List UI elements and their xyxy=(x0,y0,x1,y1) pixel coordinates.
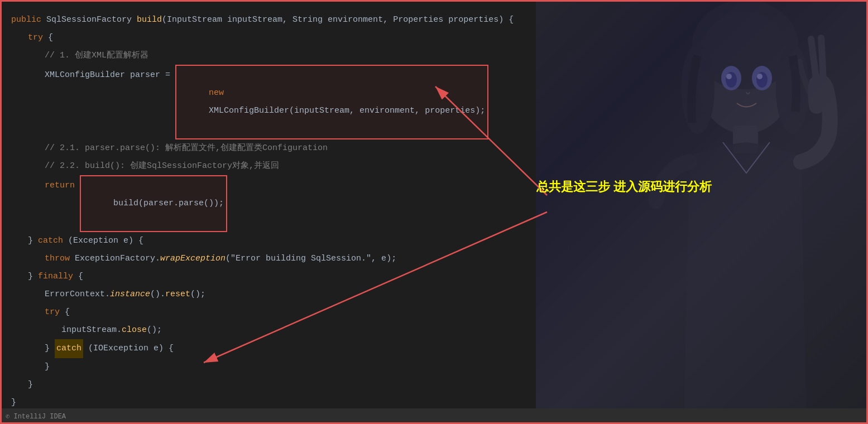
code-line-10: } finally { xyxy=(11,268,530,286)
status-bar: ✆ IntelliJ IDEA xyxy=(0,408,868,424)
code-line-2: try { xyxy=(11,29,530,47)
keyword-try: try xyxy=(28,29,48,47)
code-line-4: XMLConfigBuilder parser = new XMLConfigB… xyxy=(11,65,530,139)
type-sqlsessionfactory: SqlSessionFactory xyxy=(46,11,137,29)
method-build: build xyxy=(137,11,162,29)
code-line-7: return build(parser.parse()); xyxy=(11,175,530,232)
status-text: ✆ IntelliJ IDEA xyxy=(6,412,66,421)
code-line-1: public SqlSessionFactory build (InputStr… xyxy=(11,11,530,29)
code-line-9: throw ExceptionFactory. wrapException ("… xyxy=(11,250,530,268)
code-line-5: // 2.1. parser.parse(): 解析配置文件,创建配置类Conf… xyxy=(11,139,530,157)
highlight-xmlconfigbuilder: new XMLConfigBuilder(inputStream, enviro… xyxy=(175,65,488,139)
comment-1: // 1. 创建XML配置解析器 xyxy=(45,47,148,65)
annotation-text: 总共是这三步 进入源码进行分析 xyxy=(536,179,712,195)
anime-background xyxy=(505,0,868,424)
keyword-catch-highlighted: catch xyxy=(55,339,83,358)
code-line-3: // 1. 创建XML配置解析器 xyxy=(11,47,530,65)
code-editor: public SqlSessionFactory build (InputStr… xyxy=(0,0,536,424)
svg-point-7 xyxy=(726,74,732,79)
code-line-16: } xyxy=(11,376,530,394)
code-line-12: try { xyxy=(11,303,530,321)
params: (InputStream inputStream, String environ… xyxy=(162,11,514,29)
keyword-finally: finally xyxy=(38,268,78,286)
code-line-14: } catch (IOException e) { xyxy=(11,339,530,358)
code-line-8: } catch (Exception e) { xyxy=(11,232,530,250)
code-line-15: } xyxy=(11,358,530,376)
code-line-11: ErrorContext. instance (). reset (); xyxy=(11,286,530,303)
code-line-6: // 2.2. build(): 创建SqlSessionFactory对象,并… xyxy=(11,157,530,175)
highlight-build-parse: build(parser.parse()); xyxy=(80,175,227,232)
code-line-13: inputStream. close (); xyxy=(11,321,530,339)
keyword-public: public xyxy=(11,11,46,29)
svg-point-10 xyxy=(757,74,763,79)
